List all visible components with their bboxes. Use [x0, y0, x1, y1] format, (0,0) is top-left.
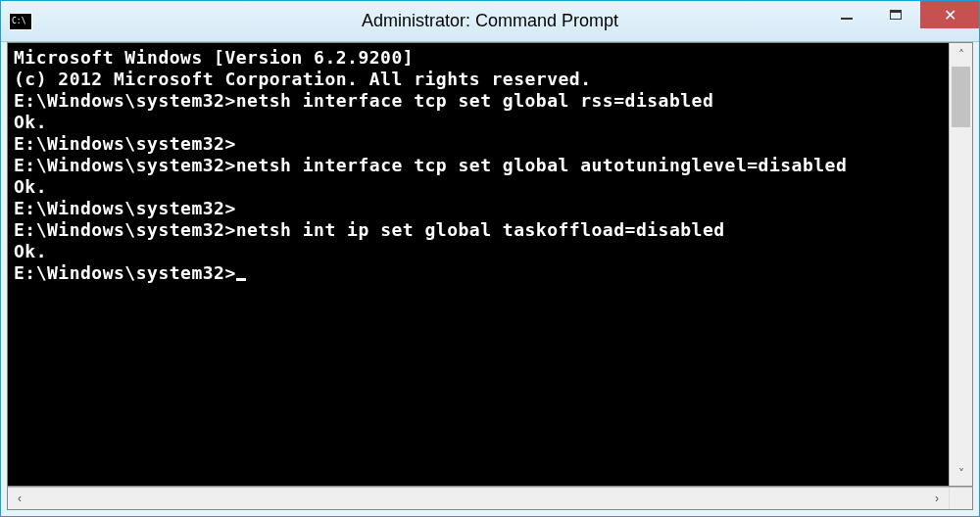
command-text: netsh int ip set global taskoffload=disa…: [236, 219, 725, 240]
command-text: netsh interface tcp set global rss=disab…: [236, 90, 714, 111]
prompt-text: E:\Windows\system32>: [14, 219, 236, 240]
console-output[interactable]: Microsoft Windows [Version 6.2.9200](c) …: [8, 43, 949, 486]
scroll-right-arrow-icon[interactable]: ›: [925, 488, 949, 509]
scrollbar-corner: [949, 488, 972, 509]
horizontal-scrollbar[interactable]: ‹ ›: [7, 487, 973, 510]
scroll-up-arrow-icon[interactable]: ˄: [950, 43, 972, 67]
close-button[interactable]: ✕: [920, 1, 979, 28]
console-line: (c) 2012 Microsoft Corporation. All righ…: [14, 69, 943, 90]
console-line: Microsoft Windows [Version 6.2.9200]: [14, 47, 943, 69]
minimize-icon: [841, 18, 853, 20]
client-area: Microsoft Windows [Version 6.2.9200](c) …: [1, 42, 979, 516]
minimize-button[interactable]: [822, 1, 871, 28]
console-line: E:\Windows\system32>netsh int ip set glo…: [14, 219, 943, 241]
console-line: Ok.: [14, 241, 943, 262]
console-line: E:\Windows\system32>netsh interface tcp …: [14, 155, 943, 176]
vertical-scrollbar[interactable]: ˄ ˅: [949, 43, 972, 486]
prompt-text: E:\Windows\system32>: [14, 262, 236, 283]
console-line: E:\Windows\system32>: [14, 133, 943, 155]
console-line: E:\Windows\system32>: [14, 198, 943, 219]
prompt-text: E:\Windows\system32>: [14, 155, 236, 175]
vscroll-thumb[interactable]: [952, 67, 970, 127]
console-line: E:\Windows\system32>: [14, 262, 943, 284]
close-icon: ✕: [944, 6, 956, 24]
scroll-left-arrow-icon[interactable]: ‹: [8, 488, 31, 509]
cursor: [236, 278, 246, 281]
scroll-down-arrow-icon[interactable]: ˅: [950, 462, 972, 486]
maximize-button[interactable]: [871, 1, 920, 28]
console-line: Ok.: [14, 112, 943, 133]
vscroll-track[interactable]: [950, 67, 972, 462]
maximize-icon: [890, 10, 902, 20]
hscroll-track[interactable]: [31, 488, 925, 509]
window-controls: ✕: [822, 1, 979, 30]
titlebar[interactable]: Administrator: Command Prompt ✕: [1, 1, 979, 42]
console-line: E:\Windows\system32>netsh interface tcp …: [14, 90, 943, 112]
console-line: Ok.: [14, 176, 943, 198]
cmd-icon: [9, 13, 32, 30]
prompt-text: E:\Windows\system32>: [14, 90, 236, 111]
console-wrap: Microsoft Windows [Version 6.2.9200](c) …: [7, 42, 973, 487]
command-text: netsh interface tcp set global autotunin…: [236, 155, 848, 175]
window-frame: Administrator: Command Prompt ✕ Microsof…: [0, 0, 980, 517]
